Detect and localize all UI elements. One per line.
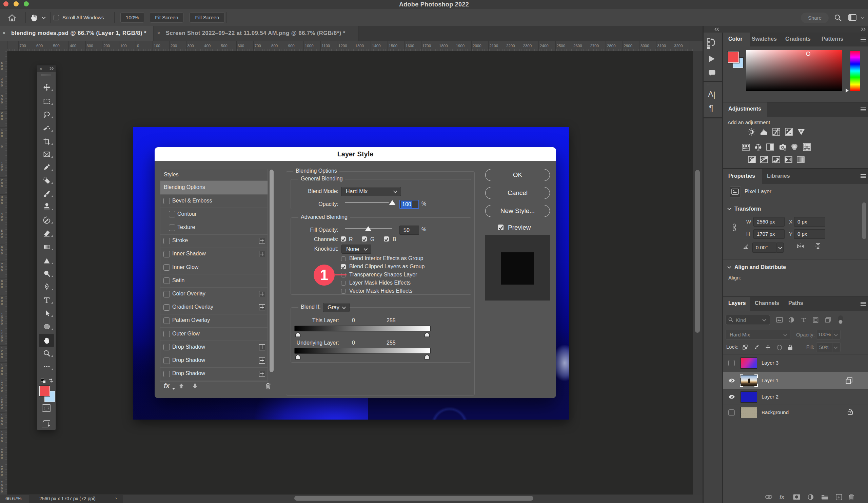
- svg-text:fx: fx: [779, 494, 785, 500]
